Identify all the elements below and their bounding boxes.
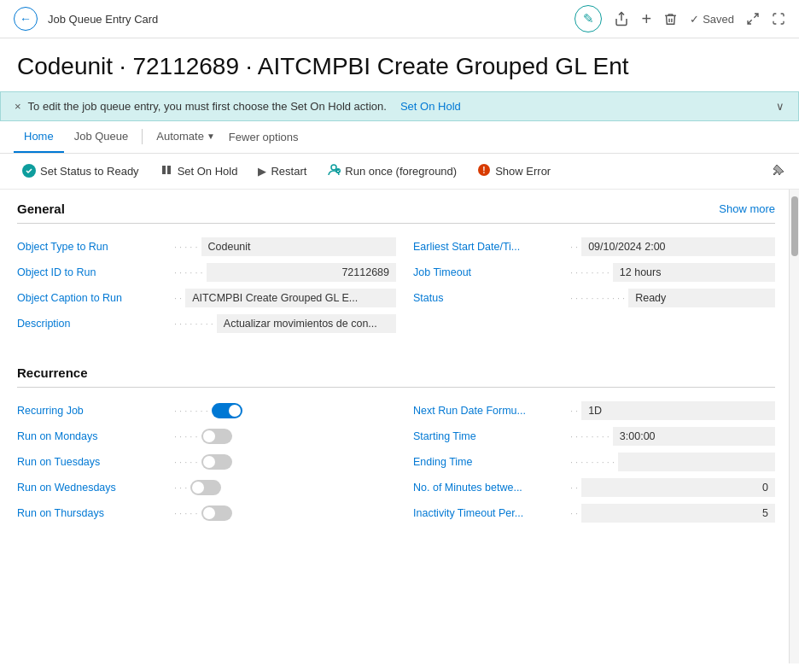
tab-automate[interactable]: Automate ▼: [146, 121, 225, 153]
action-toolbar: Set Status to Ready Set On Hold ▶ Restar…: [0, 154, 799, 190]
job-timeout-field: Job Timeout · · · · · · · · 12 hours: [413, 260, 775, 285]
expand-button[interactable]: [746, 12, 760, 26]
scrollbar-thumb[interactable]: [791, 196, 798, 256]
recurrence-form: Recurring Job · · · · · · · Run on Monda…: [17, 398, 775, 526]
description-label: Description: [17, 318, 171, 330]
customize-toolbar-button[interactable]: [772, 163, 785, 179]
ending-time-value[interactable]: [618, 453, 775, 471]
next-run-date-value[interactable]: 1D: [581, 401, 775, 420]
delete-button[interactable]: [663, 12, 678, 26]
object-type-label: Object Type to Run: [17, 241, 171, 253]
recurrence-section-header: Recurrence: [17, 354, 775, 387]
saved-status: ✓ Saved: [690, 13, 734, 26]
run-tuesdays-field: Run on Tuesdays · · · · ·: [17, 449, 396, 475]
run-tuesdays-label: Run on Tuesdays: [17, 456, 171, 468]
no-of-minutes-label: No. of Minutes betwe...: [413, 482, 567, 494]
edit-icon: ✎: [583, 11, 594, 26]
object-caption-value[interactable]: AITCMPBI Create Grouped GL E...: [185, 289, 396, 307]
object-caption-label: Object Caption to Run: [17, 292, 171, 304]
recurrence-right-col: Next Run Date Formu... · · 1D Starting T…: [396, 398, 775, 526]
banner-link[interactable]: Set On Hold: [400, 100, 461, 113]
earliest-start-field: Earliest Start Date/Ti... · · 09/10/2024…: [413, 234, 775, 260]
object-caption-field: Object Caption to Run · · AITCMPBI Creat…: [17, 285, 396, 311]
description-value[interactable]: Actualizar movimientos de con...: [217, 314, 396, 333]
no-of-minutes-field: No. of Minutes betwe... · · 0: [413, 475, 775, 500]
nav-divider: [142, 129, 143, 144]
show-more-button[interactable]: Show more: [719, 202, 775, 215]
restart-button[interactable]: ▶ Restart: [249, 161, 315, 182]
page-breadcrumb: Job Queue Entry Card: [48, 13, 564, 26]
back-icon: ←: [20, 12, 32, 26]
no-of-minutes-value[interactable]: 0: [581, 478, 775, 497]
chevron-down-icon: ▼: [207, 131, 215, 141]
inactivity-timeout-label: Inactivity Timeout Per...: [413, 507, 567, 519]
recurring-job-toggle[interactable]: [212, 403, 242, 418]
nav-tabs: Home Job Queue Automate ▼ Fewer options: [0, 121, 799, 154]
object-id-field: Object ID to Run · · · · · · 72112689: [17, 260, 396, 285]
recurrence-section: Recurrence Recurring Job · · · · · · ·: [17, 354, 775, 526]
pause-icon: [160, 163, 173, 179]
object-id-label: Object ID to Run: [17, 266, 171, 278]
tab-home[interactable]: Home: [14, 121, 64, 153]
general-right-col: Earliest Start Date/Ti... · · 09/10/2024…: [396, 234, 775, 336]
run-once-icon: [327, 163, 341, 179]
object-type-value[interactable]: Codeunit: [201, 237, 396, 256]
error-icon: !: [477, 163, 491, 179]
earliest-start-value[interactable]: 09/10/2024 2:00: [581, 237, 775, 256]
inactivity-timeout-field: Inactivity Timeout Per... · · 5: [413, 500, 775, 526]
scroll-wrapper: General Show more Object Type to Run · ·…: [0, 190, 799, 663]
run-wednesdays-field: Run on Wednesdays · · ·: [17, 475, 396, 500]
object-type-field: Object Type to Run · · · · · Codeunit: [17, 234, 396, 260]
starting-time-value[interactable]: 3:00:00: [613, 427, 775, 446]
show-error-button[interactable]: ! Show Error: [469, 159, 559, 184]
run-wednesdays-toggle[interactable]: [190, 480, 221, 495]
starting-time-field: Starting Time · · · · · · · · 3:00:00: [413, 424, 775, 449]
check-icon: ✓: [690, 13, 699, 26]
header-bar: ← Job Queue Entry Card ✎ + ✓ Saved: [0, 0, 799, 38]
scrollbar[interactable]: [789, 190, 799, 663]
ending-time-label: Ending Time: [413, 456, 567, 468]
svg-rect-3: [167, 166, 171, 174]
edit-button[interactable]: ✎: [574, 5, 602, 32]
banner-chevron-icon[interactable]: ∨: [776, 100, 784, 113]
run-thursdays-toggle[interactable]: [201, 505, 232, 521]
run-thursdays-label: Run on Thursdays: [17, 507, 171, 519]
run-thursdays-field: Run on Thursdays · · · · ·: [17, 500, 396, 526]
starting-time-label: Starting Time: [413, 430, 567, 442]
svg-point-4: [331, 165, 336, 170]
job-timeout-label: Job Timeout: [413, 266, 567, 278]
banner-close-button[interactable]: ×: [15, 100, 21, 113]
run-mondays-label: Run on Mondays: [17, 430, 171, 442]
add-button[interactable]: +: [641, 9, 651, 29]
header-icons: ✎ + ✓ Saved: [574, 5, 785, 32]
tab-job-queue[interactable]: Job Queue: [64, 121, 139, 153]
set-on-hold-button[interactable]: Set On Hold: [151, 159, 247, 184]
run-mondays-toggle[interactable]: [201, 429, 232, 444]
recurring-job-label: Recurring Job: [17, 405, 171, 417]
inactivity-timeout-value[interactable]: 5: [581, 504, 775, 523]
general-section-title: General: [17, 202, 65, 216]
fullscreen-button[interactable]: [772, 12, 785, 26]
status-value[interactable]: Ready: [628, 289, 775, 307]
run-tuesdays-toggle[interactable]: [201, 454, 232, 470]
main-content: General Show more Object Type to Run · ·…: [0, 190, 789, 663]
svg-point-5: [335, 168, 341, 173]
fewer-options-button[interactable]: Fewer options: [229, 131, 299, 143]
back-button[interactable]: ←: [14, 7, 38, 31]
set-status-ready-button[interactable]: Set Status to Ready: [14, 160, 148, 182]
earliest-start-label: Earliest Start Date/Ti...: [413, 241, 567, 253]
job-timeout-value[interactable]: 12 hours: [613, 263, 775, 282]
recurrence-divider: [17, 387, 775, 388]
page-title: Codeunit · 72112689 · AITCMPBI Create Gr…: [0, 38, 799, 91]
share-button[interactable]: [614, 11, 629, 26]
banner-message: To edit the job queue entry, you must fi…: [28, 100, 387, 113]
svg-rect-2: [162, 166, 166, 174]
set-status-icon: [22, 164, 36, 178]
run-wednesdays-label: Run on Wednesdays: [17, 482, 171, 494]
general-left-col: Object Type to Run · · · · · Codeunit Ob…: [17, 234, 396, 336]
general-divider: [17, 223, 775, 224]
status-field: Status · · · · · · · · · · · Ready: [413, 285, 775, 311]
recurring-job-field: Recurring Job · · · · · · ·: [17, 398, 396, 424]
run-once-button[interactable]: Run once (foreground): [318, 159, 465, 184]
object-id-value[interactable]: 72112689: [207, 263, 396, 282]
